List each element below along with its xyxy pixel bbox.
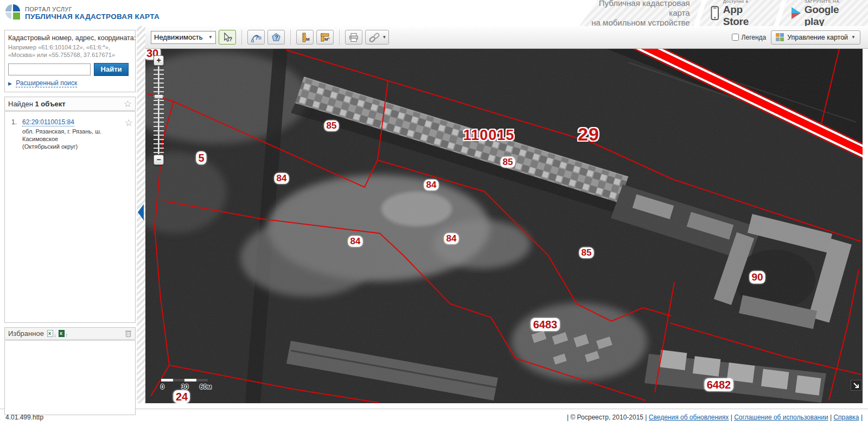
svg-text:?: ? xyxy=(255,35,258,41)
legend-toggle[interactable]: Легенда xyxy=(732,34,767,41)
advanced-search-arrow-icon: ▶ xyxy=(8,81,12,86)
google-play-icon xyxy=(792,7,801,19)
curve-query-icon: ? xyxy=(250,32,262,43)
parcel-label-84: 84 xyxy=(275,173,289,184)
measure-length-button[interactable]: M xyxy=(296,30,314,44)
search-hint: Например «61:6:10104:12», «61:6:*», «Мос… xyxy=(8,43,132,59)
results-list: 1. 62:29:0110015:84 обл. Рязанская, г. Р… xyxy=(4,111,136,323)
appstore-badge[interactable]: Доступно в App Store xyxy=(702,0,778,26)
toolbar-divider xyxy=(339,30,340,44)
results-count: 1 объект xyxy=(35,100,66,108)
favorites-title: Избранное xyxy=(8,329,44,338)
parcel-label-110015: 110015 xyxy=(463,127,515,144)
parcel-label-85: 85 xyxy=(579,247,594,258)
advanced-search-link[interactable]: Расширенный поиск xyxy=(16,79,77,87)
rosreestr-logo-icon xyxy=(4,3,21,23)
zoom-control: + − xyxy=(154,55,164,165)
ruler-length-icon: M xyxy=(299,32,311,43)
area-query-button[interactable]: ? xyxy=(267,30,285,44)
trash-icon[interactable] xyxy=(125,329,132,338)
map-labels-layer: 3058511001529858484848485906483648224 xyxy=(145,49,863,403)
updates-link[interactable]: Сведения об обновлениях xyxy=(649,414,729,421)
zoom-in-button[interactable]: + xyxy=(154,55,164,66)
zoom-slider-handle[interactable] xyxy=(154,94,163,99)
print-button[interactable] xyxy=(345,30,362,44)
scale-label-30: 30 xyxy=(181,383,188,391)
cadastral-number-link[interactable]: 62:29:0110015:84 xyxy=(22,118,74,126)
map-control-label: Управление картой xyxy=(787,34,848,41)
polygon-query-icon: ? xyxy=(270,32,282,43)
printer-icon xyxy=(348,32,360,43)
version-label: 4.01.499.http xyxy=(5,414,43,421)
map-canvas[interactable]: 3058511001529858484848485906483648224 + … xyxy=(145,49,863,403)
zoom-slider-track[interactable] xyxy=(154,66,164,154)
parcel-label-6483: 6483 xyxy=(531,318,560,331)
sidebar-collapse-strip xyxy=(137,26,145,403)
import-excel-icon[interactable]: x ↑ xyxy=(59,330,67,337)
results-count-prefix: Найден xyxy=(8,100,33,108)
parcel-label-85: 85 xyxy=(324,120,339,131)
export-excel-icon[interactable]: x ↓ xyxy=(47,330,55,337)
portal-title-line1: ПОРТАЛ УСЛУГ xyxy=(25,6,159,12)
share-link-button[interactable]: ▼ xyxy=(365,30,389,44)
chevron-down-icon: ▼ xyxy=(208,35,213,40)
googleplay-badge[interactable]: ЗАГРУЗИТЕ НА Google play xyxy=(783,0,868,26)
svg-text:M²: M² xyxy=(324,37,330,42)
legend-label: Легенда xyxy=(742,34,767,41)
search-label: Кадастровый номер, адрес, координата: xyxy=(8,34,132,42)
help-link[interactable]: Справка xyxy=(833,414,859,421)
search-panel: Кадастровый номер, адрес, координата: На… xyxy=(4,30,136,92)
parcel-label-6482: 6482 xyxy=(705,378,733,391)
pkk-app: ПОРТАЛ УСЛУГ ПУБЛИЧНАЯ КАДАСТРОВАЯ КАРТА… xyxy=(0,0,868,426)
map-control-button[interactable]: Управление картой ▼ xyxy=(771,30,860,44)
favorite-star-icon[interactable]: ☆ xyxy=(125,118,133,150)
measure-distance-query-button[interactable]: ? xyxy=(247,30,265,44)
parcel-label-84: 84 xyxy=(348,236,363,247)
chevron-down-icon: ▼ xyxy=(382,35,387,40)
scale-bar: 0 30 60м xyxy=(161,378,210,390)
favorite-all-star-icon[interactable]: ☆ xyxy=(124,99,132,109)
legend-checkbox[interactable] xyxy=(732,34,739,41)
result-index: 1. xyxy=(11,118,22,150)
fullscreen-resize-handle[interactable] xyxy=(851,380,861,391)
svg-text:M: M xyxy=(306,37,310,42)
scale-label-60: 60м xyxy=(200,383,212,391)
category-select[interactable]: Недвижимость ▼ xyxy=(151,31,216,44)
favorites-list xyxy=(4,340,136,415)
find-button[interactable]: Найти xyxy=(94,63,129,76)
search-input[interactable] xyxy=(8,63,91,75)
link-chain-icon xyxy=(368,32,381,43)
map-right-gutter xyxy=(863,49,868,403)
toolbar-divider xyxy=(241,30,242,44)
rosreestr-brand[interactable]: ПОРТАЛ УСЛУГ ПУБЛИЧНАЯ КАДАСТРОВАЯ КАРТА xyxy=(0,3,159,23)
identify-tool-button[interactable]: ? xyxy=(219,30,236,44)
collapse-sidebar-arrow[interactable] xyxy=(138,204,144,220)
diagonal-arrow-icon xyxy=(852,382,860,389)
portal-title-line2: ПУБЛИЧНАЯ КАДАСТРОВАЯ КАРТА xyxy=(25,12,159,21)
layers-grid-icon xyxy=(776,33,784,41)
svg-text:?: ? xyxy=(275,35,278,41)
identify-cursor-icon: ? xyxy=(221,32,233,43)
appstore-title: App Store xyxy=(723,4,769,28)
agreement-link[interactable]: Соглашение об использовании xyxy=(734,414,828,421)
favorites-header: Избранное x ↓ x ↑ xyxy=(4,327,136,340)
parcel-label-84: 84 xyxy=(444,233,459,244)
copyright: | © Росреестр, 2010-2015 | xyxy=(567,414,647,421)
parcel-label-24: 24 xyxy=(174,390,190,403)
measure-area-button[interactable]: M² xyxy=(316,30,334,44)
scale-label-0: 0 xyxy=(161,383,164,391)
map-toolbar: Недвижимость ▼ ? ? xyxy=(145,26,868,49)
top-header: ПОРТАЛ УСЛУГ ПУБЛИЧНАЯ КАДАСТРОВАЯ КАРТА… xyxy=(0,0,868,26)
phone-icon xyxy=(711,5,719,21)
parcel-label-29: 29 xyxy=(578,124,599,145)
footer-links: | © Росреестр, 2010-2015 | Сведения об о… xyxy=(567,414,863,421)
results-header: Найден 1 объект ☆ xyxy=(4,97,136,111)
parcel-label-90: 90 xyxy=(749,271,765,284)
mobile-promo-band: Публичная кадастровая карта на мобильном… xyxy=(579,0,868,26)
result-item: 1. 62:29:0110015:84 обл. Рязанская, г. Р… xyxy=(11,118,133,150)
parcel-label-84: 84 xyxy=(424,180,439,190)
svg-text:?: ? xyxy=(229,36,232,42)
ruler-area-icon: M² xyxy=(319,32,331,43)
zoom-out-button[interactable]: − xyxy=(154,155,164,165)
parcel-label-85: 85 xyxy=(501,157,515,168)
